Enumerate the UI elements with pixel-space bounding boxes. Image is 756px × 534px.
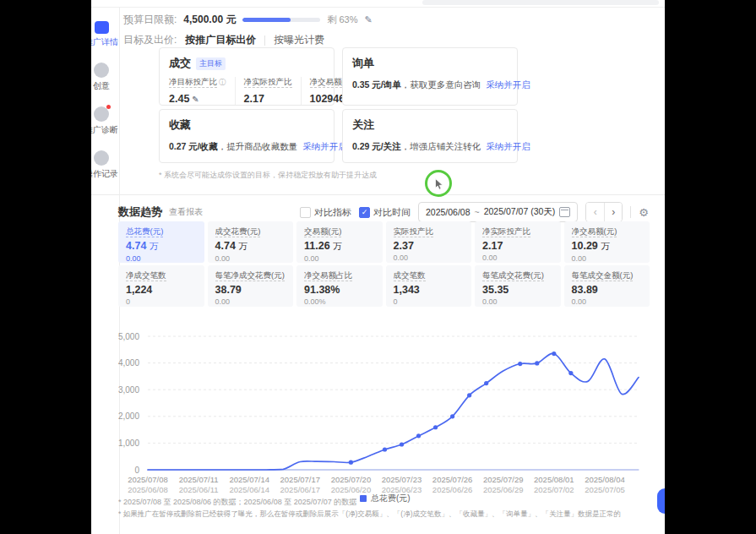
settings-gear-icon[interactable]: ⚙ (639, 206, 649, 219)
sidebar-item-2[interactable]: 推广诊断 (91, 106, 120, 136)
goal-price: 0.29 元/关注 (352, 141, 401, 151)
goal-card-inquiry: 询单 0.35 元/询单，获取更多意向咨询采纳并开启 (342, 47, 518, 106)
top-divider (91, 7, 665, 8)
view-report-link[interactable]: 查看报表 (169, 206, 203, 218)
next-period-button[interactable]: › (604, 203, 622, 221)
metric-value: 2.37 (394, 240, 465, 252)
svg-text:2025/06/14: 2025/06/14 (229, 485, 269, 494)
sidebar-item-label: 推广详情 (91, 36, 118, 48)
trend-chart: 01,0002,0003,0004,0005,0002025/07/082025… (91, 325, 665, 494)
metric-card-10[interactable]: 每笔成交花费(元)35.350.00 (475, 265, 561, 307)
adopt-enable-link[interactable]: 采纳并开启 (302, 141, 347, 151)
date-range-picker[interactable]: 2025/06/08 ~ 2025/07/07 (30天) (418, 202, 578, 222)
cursor-icon (435, 178, 444, 190)
goal-card-deal: 成交 主目标 净目标投产比ⓘ 2.45✎ 净实际投产比 2.17 净交易额(元)… (159, 47, 334, 106)
compare-metric-checkbox[interactable] (300, 207, 311, 218)
horizontal-scrollbar[interactable] (422, 0, 659, 5)
edit-target-roi-icon[interactable]: ✎ (192, 95, 199, 104)
metric-card-4[interactable]: 净实际投产比2.170.00 (475, 221, 561, 263)
metric-compare-value: 0.00 (482, 253, 553, 262)
metric-card-5[interactable]: 净交易额(元)10.29 万0.00 (564, 221, 650, 263)
compare-time-option[interactable]: ✓ 对比时间 (359, 206, 411, 219)
metric-value: 10.29 万 (572, 240, 643, 253)
prev-period-button[interactable]: ‹ (586, 203, 604, 221)
metric-compare-value: 0.00 (482, 297, 553, 306)
goal-desc: ，提升商品收藏数量 (218, 141, 298, 151)
metric-value: 38.79 (215, 284, 286, 296)
goal-metric: 净目标投产比ⓘ 2.45✎ (169, 77, 235, 105)
metric-compare-value: 0.00 (572, 297, 643, 306)
metric-value: 91.38% (304, 284, 375, 296)
metric-card-11[interactable]: 每笔成交金额(元)83.890.00 (564, 265, 650, 307)
compare-time-label: 对比时间 (373, 206, 411, 219)
section-divider (91, 194, 665, 195)
metric-card-7[interactable]: 每笔净成交花费(元)38.790.00 (208, 265, 294, 307)
budget-label: 预算日限额: (123, 13, 177, 27)
metric-card-8[interactable]: 净交易额占比91.38%0.00% (296, 265, 383, 307)
notification-dot (106, 105, 111, 109)
goal-note: * 系统会尽可能达成你设置的目标，保持稳定投放有助于提升达成 (159, 170, 377, 181)
goal-cards-grid: 成交 主目标 净目标投产比ⓘ 2.45✎ 净实际投产比 2.17 净交易额(元)… (159, 47, 517, 163)
metric-compare-value: 0.00 (572, 254, 643, 263)
tab-bid-by-impression[interactable]: 按曝光计费 (274, 33, 324, 47)
chart-footnote-2: * 如果推广在暂停或删除前已经获得了曝光，那么在暂停或删除后展示「(净)交易额」… (118, 509, 646, 520)
svg-text:2025/08/01: 2025/08/01 (534, 475, 574, 484)
goal-card-follow: 关注 0.29 元/关注，增强店铺关注转化采纳并开启 (342, 109, 518, 163)
date-end: 2025/07/07 (30天) (484, 206, 556, 218)
date-separator: ~ (475, 207, 480, 217)
trends-header: 数据趋势 查看报表 对比指标 ✓ 对比时间 2025/06/08 ~ 2025/… (118, 202, 649, 222)
metric-card-2[interactable]: 交易额(元)11.26 万0.00 (296, 221, 383, 263)
metric-label: 总花费(元) (126, 226, 163, 237)
sidebar-item-0[interactable]: 推广详情 (91, 21, 120, 48)
adopt-enable-link[interactable]: 采纳并开启 (486, 79, 530, 90)
metric-compare-value: 0.00% (304, 297, 375, 306)
svg-text:2025/07/02: 2025/07/02 (534, 485, 574, 494)
svg-text:1,000: 1,000 (118, 439, 139, 448)
svg-text:2025/06/26: 2025/06/26 (432, 485, 473, 494)
metric-card-3[interactable]: 实际投产比2.370.00 (386, 221, 472, 263)
metric-card-9[interactable]: 成交笔数1,3430 (386, 265, 472, 307)
app-window: 推广详情创意推广诊断操作记录 预算日限额: 4,500.00 元 剩 63% ✎… (91, 0, 665, 534)
goal-price: 0.35 元/询单 (352, 79, 401, 90)
goal-desc: ，增强店铺关注转化 (401, 141, 481, 151)
svg-text:4,000: 4,000 (118, 358, 139, 368)
svg-text:2025/06/17: 2025/06/17 (280, 485, 321, 494)
goal-card-favorite: 收藏 0.27 元/收藏，提升商品收藏数量采纳并开启 (159, 109, 334, 163)
sidebar-item-label: 推广诊断 (91, 124, 118, 136)
goal-card-title: 询单 (352, 56, 374, 71)
chart-footnote-1: * 2025/07/08 至 2025/08/06 的数据；2025/06/08… (118, 497, 646, 508)
tab-separator (264, 35, 265, 46)
adopt-enable-link[interactable]: 采纳并开启 (486, 141, 530, 151)
compare-metric-label: 对比指标 (314, 206, 351, 219)
metric-label: 每笔成交金额(元) (572, 270, 634, 281)
budget-progress-bar (242, 18, 320, 22)
metric-compare-value: 0.00 (394, 253, 465, 262)
sidebar-item-1[interactable]: 创意 (91, 63, 120, 92)
budget-remaining: 剩 63% (327, 14, 357, 26)
sidebar-item-3[interactable]: 操作记录 (91, 150, 120, 180)
metric-card-1[interactable]: 成交花费(元)4.74 万0.00 (208, 221, 294, 263)
compare-time-checkbox[interactable]: ✓ (359, 207, 370, 218)
compare-metric-option[interactable]: 对比指标 (300, 206, 351, 219)
metric-compare-value: 0.00 (304, 254, 375, 263)
metric-card-0[interactable]: 总花费(元)4.74 万0.00 (118, 221, 204, 263)
svg-text:2025/06/08: 2025/06/08 (128, 485, 168, 494)
floating-side-tab[interactable] (657, 488, 665, 514)
goal-card-title: 收藏 (169, 117, 191, 133)
metric-value: 83.89 (572, 284, 643, 296)
metric-value: 2.17 (482, 240, 553, 252)
metric-compare-value: 0 (394, 297, 465, 306)
metric-value: 35.35 (482, 284, 553, 296)
edit-budget-icon[interactable]: ✎ (364, 14, 372, 25)
metric-label: 交易额(元) (304, 226, 341, 237)
metric-value: 1,224 (126, 284, 197, 296)
metric-value: 1,343 (394, 284, 465, 296)
metric-card-6[interactable]: 净成交笔数1,2240 (118, 265, 204, 307)
svg-text:2025/07/23: 2025/07/23 (382, 475, 422, 484)
svg-text:2025/07/29: 2025/07/29 (483, 475, 524, 484)
svg-text:2025/07/14: 2025/07/14 (229, 475, 269, 484)
metric-compare-value: 0.00 (126, 254, 197, 263)
trends-title: 数据趋势 (118, 204, 162, 220)
goal-price: 0.27 元/收藏 (169, 141, 218, 151)
tab-bid-by-goal[interactable]: 按推广目标出价 (185, 33, 256, 47)
